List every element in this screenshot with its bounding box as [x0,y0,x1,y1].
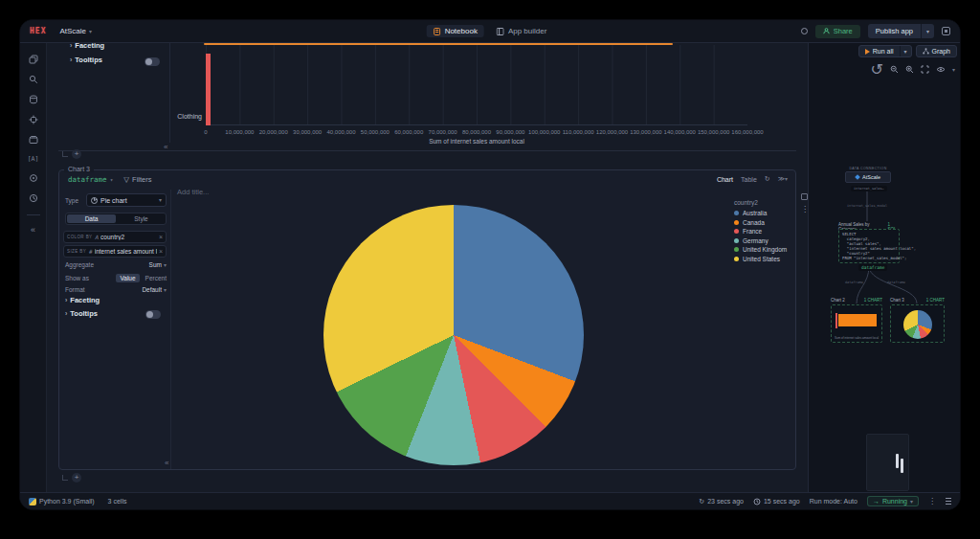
snippets-icon[interactable] [29,135,38,145]
play-icon [865,49,870,55]
refresh-icon[interactable]: ↻ [765,175,770,183]
faceting-section-top[interactable]: ›Faceting [70,43,104,50]
last-saved[interactable]: ↻ 23 secs ago [699,498,744,505]
tab-notebook[interactable]: Notebook [427,25,484,37]
dataframe-output-pill[interactable]: dataframe [858,264,887,271]
clear-field-icon[interactable]: × [159,234,163,240]
legend-swatch [734,211,739,215]
kernel-status[interactable]: Python 3.9 (Small) [29,498,95,505]
aggregate-select[interactable]: Sum▾ [149,261,167,268]
graph-zoom-controls: ↺ ▾ [871,60,955,79]
chart-title-placeholder[interactable]: Add title... [177,188,209,196]
zoom-in-icon[interactable] [905,65,914,74]
x-tick-label: 160,000,000 [731,129,763,135]
publish-app-button[interactable]: Publish app [868,24,921,38]
apps-grid-icon[interactable] [942,27,950,35]
x-tick-label: 0 [204,129,207,135]
number-type-icon: # [89,248,93,255]
chart2-node-header: Chart 2 1 CHART [831,298,882,303]
visibility-icon[interactable] [936,66,946,73]
expand-cell-icon[interactable]: ≫▾ [778,175,788,183]
run-mode-label[interactable]: Run mode: Auto [810,498,858,505]
tab-data[interactable]: Data [67,214,116,223]
connection-node[interactable]: DATA CONNECTION AtScale [845,167,891,183]
chevron-down-icon: ▾ [110,177,114,183]
add-cell-button[interactable]: + [72,149,81,159]
cell-view-toggle: Chart Table ↻ ≫▾ [717,175,788,183]
view-table-tab[interactable]: Table [741,176,757,183]
format-select[interactable]: Default▾ [142,286,167,293]
files-icon[interactable] [29,55,38,64]
undo-icon[interactable]: ↺ [871,60,883,79]
x-tick-label: 120,000,000 [596,129,628,135]
chart3-node[interactable] [890,304,945,343]
tooltips-toggle-top[interactable] [145,57,160,66]
pie-legend: country2 Australia Canada [734,199,787,263]
outline-icon[interactable] [946,498,951,505]
edge-label: dataframe [887,281,905,284]
tab-app-builder[interactable]: App builder [490,25,553,37]
legend-item: Germany [734,236,787,246]
collapse-panel-icon[interactable]: « [165,460,168,467]
model-pill[interactable]: internet_sales_model [851,186,887,191]
chevron-down-icon[interactable]: ▾ [952,67,955,73]
legend-item: France [734,227,787,236]
dataframe-select[interactable]: dataframe ▾ [68,175,113,184]
tab-style[interactable]: Style [117,213,166,224]
publish-chevron-button[interactable]: ▾ [921,24,934,38]
x-tick-label: 90,000,000 [496,129,524,135]
text-type-icon: A [95,234,99,240]
packages-icon[interactable] [29,173,38,183]
legend-item: United Kingdom [734,245,787,255]
history-icon[interactable] [29,193,38,203]
faceting-section[interactable]: ›Faceting [65,296,100,304]
last-run[interactable]: 15 secs ago [753,498,800,505]
running-status[interactable]: → Running ▾ [867,496,919,506]
legend-swatch [734,257,739,261]
clock-icon [753,498,761,505]
collapse-panel-icon[interactable]: « [164,144,167,151]
collapse-sidebar-icon[interactable]: « [31,227,35,233]
clear-field-icon[interactable]: × [159,248,163,255]
edge-label: internet_sales_model [847,204,887,208]
show-as-value-option[interactable]: Value [116,274,139,282]
cell-header: dataframe ▾ ▽ Filters [68,175,151,184]
tooltips-toggle[interactable] [145,310,161,319]
kernel-icon[interactable] [29,115,38,124]
zoom-out-icon[interactable] [890,65,899,74]
tooltips-section-top[interactable]: ›Tooltips [70,56,102,64]
filters-button[interactable]: ▽ Filters [123,175,151,184]
search-icon[interactable] [29,75,38,84]
run-all-chevron-button[interactable]: ▾ [900,46,911,56]
graph-minimap[interactable] [866,434,909,491]
graph-view-button[interactable]: Graph [916,45,957,57]
thumb-bar [838,314,877,326]
notifications-icon[interactable] [801,28,808,34]
view-chart-tab[interactable]: Chart [717,176,733,183]
variables-icon[interactable]: [A] [28,155,39,163]
sql-node[interactable]: SELECT category2, "actual sales", "inter… [838,229,900,263]
cell-corner-mark [62,151,68,157]
legend-swatch [734,238,739,243]
chart-type-select[interactable]: Pie chart ▾ [86,193,167,207]
bar-clothing [206,54,211,125]
left-sidebar: [A] « [20,43,47,492]
run-all-button[interactable]: Run all [859,46,900,56]
hex-logo[interactable]: HEX [30,27,46,35]
topbar: HEX AtScale ▾ Notebook App builder Share… [20,20,960,43]
x-tick-label: 110,000,000 [563,129,594,135]
size-by-field[interactable]: SIZE BY # internet sales amount local × [63,245,167,258]
tooltips-section[interactable]: ›Tooltips [65,309,98,318]
sync-icon: ↻ [699,498,704,505]
project-title[interactable]: AtScale ▾ [59,27,92,35]
fit-view-icon[interactable] [921,65,929,74]
add-cell-button[interactable]: + [72,473,81,483]
color-by-field[interactable]: COLOR BY A country2 × [63,231,167,243]
share-button[interactable]: Share [815,25,860,38]
x-tick-label: 70,000,000 [429,129,457,135]
kebab-menu-icon[interactable]: ⋮ [928,497,936,505]
show-as-percent-option[interactable]: Percent [145,275,167,281]
data-connections-icon[interactable] [29,95,38,104]
copy-icon[interactable] [801,193,808,200]
chart2-node[interactable]: Sum of internet sales amount local [831,304,882,343]
